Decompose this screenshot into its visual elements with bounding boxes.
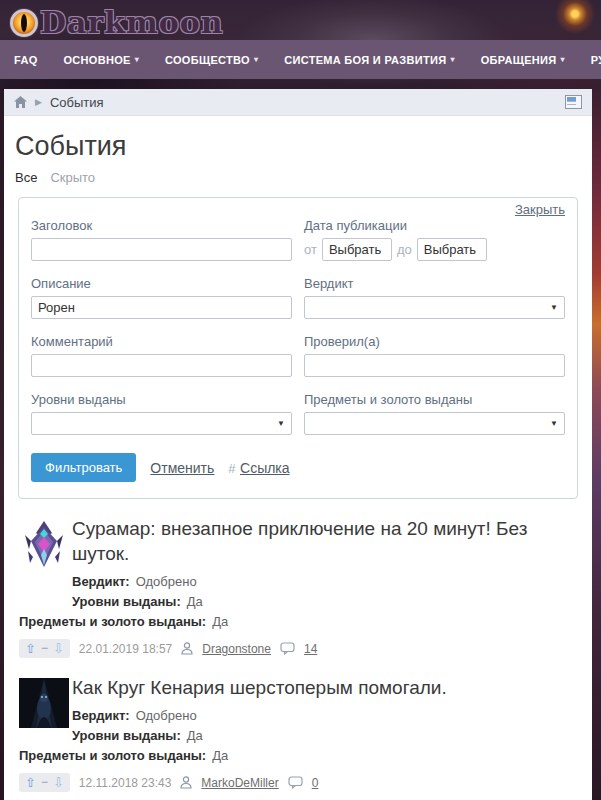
event-detail-levels: Уровни выданы:Да bbox=[72, 726, 581, 746]
event-title[interactable]: Как Круг Кенария шерстоперым помогали. bbox=[72, 675, 581, 700]
nav-item-label: РУКОВОДСТВА bbox=[591, 54, 601, 66]
detail-label: Уровни выданы: bbox=[72, 594, 181, 609]
upvote-icon[interactable]: ⇧ bbox=[25, 776, 36, 789]
field-levels-given-label: Уровни выданы bbox=[31, 392, 292, 407]
event-avatar[interactable] bbox=[19, 519, 69, 569]
page-layout-icon[interactable] bbox=[565, 95, 582, 109]
field-description: Описание bbox=[31, 276, 292, 319]
detail-label: Вердикт: bbox=[72, 574, 130, 589]
event-detail-levels: Уровни выданы:Да bbox=[72, 592, 581, 612]
levels-given-select[interactable] bbox=[31, 412, 292, 435]
breadcrumb-arrow-icon: ▶ bbox=[35, 97, 42, 107]
detail-label: Предметы и золото выданы: bbox=[19, 614, 206, 629]
filter-panel: Закрыть Заголовок Дата публикации от до bbox=[18, 197, 578, 499]
nav-item-combat-system[interactable]: СИСТЕМА БОЯ И РАЗВИТИЯ ▾ bbox=[284, 54, 455, 66]
nav-item-faq[interactable]: FAQ bbox=[14, 54, 38, 66]
background-artwork-strip bbox=[592, 89, 601, 800]
detail-label: Предметы и золото выданы: bbox=[19, 748, 206, 763]
event-author-link[interactable]: Dragonstone bbox=[202, 642, 271, 656]
event-comments-link[interactable]: 0 bbox=[312, 776, 319, 790]
user-icon bbox=[180, 776, 192, 789]
dragon-eye-icon bbox=[10, 9, 38, 37]
site-logo-text: Darkmoon bbox=[40, 5, 224, 40]
date-from-input[interactable] bbox=[322, 238, 392, 261]
event-avatar[interactable] bbox=[19, 678, 69, 728]
event-comments-link[interactable]: 14 bbox=[304, 642, 317, 656]
chevron-down-icon: ▾ bbox=[254, 55, 258, 64]
checked-by-input[interactable] bbox=[304, 354, 565, 377]
nav-item-label: СООБЩЕСТВО bbox=[165, 54, 250, 66]
detail-label: Уровни выданы: bbox=[72, 728, 181, 743]
detail-value: Да bbox=[212, 614, 228, 629]
event-footer: ⇧ − ⇩ 22.01.2019 18:57 Dragonstone 14 bbox=[19, 639, 581, 658]
field-publication-date: Дата публикации от до bbox=[304, 218, 565, 261]
user-icon bbox=[181, 642, 193, 655]
downvote-icon[interactable]: ⇩ bbox=[53, 776, 64, 789]
nav-item-label: ОБРАЩЕНИЯ bbox=[481, 54, 557, 66]
date-to-input[interactable] bbox=[417, 238, 487, 261]
detail-value: Да bbox=[187, 594, 203, 609]
vote-minus-icon: − bbox=[41, 776, 48, 789]
chevron-down-icon: ▾ bbox=[561, 55, 565, 64]
detail-value: Да bbox=[187, 728, 203, 743]
detail-label: Вердикт: bbox=[72, 708, 130, 723]
chevron-down-icon: ▾ bbox=[135, 55, 139, 64]
filter-close-link[interactable]: Закрыть bbox=[515, 202, 565, 217]
event-item: Сурамар: внезапное приключение на 20 мин… bbox=[15, 516, 581, 658]
field-title: Заголовок bbox=[31, 218, 292, 261]
tab-all[interactable]: Все bbox=[15, 170, 37, 185]
nav-item-appeals[interactable]: ОБРАЩЕНИЯ ▾ bbox=[481, 54, 565, 66]
field-comment: Комментарий bbox=[31, 334, 292, 377]
vote-widget: ⇧ − ⇩ bbox=[19, 773, 70, 792]
nav-item-label: СИСТЕМА БОЯ И РАЗВИТИЯ bbox=[284, 54, 446, 66]
event-title[interactable]: Сурамар: внезапное приключение на 20 мин… bbox=[72, 516, 581, 566]
description-input[interactable] bbox=[31, 296, 292, 319]
nav-item-main[interactable]: ОСНОВНОЕ ▾ bbox=[64, 54, 140, 66]
breadcrumb: ▶ События bbox=[4, 89, 592, 116]
downvote-icon[interactable]: ⇩ bbox=[53, 642, 64, 655]
field-items-gold-given-label: Предметы и золото выданы bbox=[304, 392, 565, 407]
nav-item-community[interactable]: СООБЩЕСТВО ▾ bbox=[165, 54, 258, 66]
event-detail-items-gold: Предметы и золото выданы:Да bbox=[19, 612, 581, 632]
main-content: ▶ События События Все Скрыто Закрыть Заг… bbox=[4, 89, 592, 800]
filter-permalink-group: # Ссылка bbox=[228, 459, 289, 477]
field-verdict-label: Вердикт bbox=[304, 276, 565, 291]
event-detail-verdict: Вердикт:Одобрено bbox=[72, 706, 581, 726]
field-items-gold-given: Предметы и золото выданы ▼ bbox=[304, 392, 565, 435]
site-logo[interactable]: Darkmoon bbox=[10, 5, 224, 40]
filter-submit-button[interactable]: Фильтровать bbox=[31, 453, 136, 482]
event-author-link[interactable]: MarkoDeMiller bbox=[201, 776, 278, 790]
title-input[interactable] bbox=[31, 238, 292, 261]
nav-item-label: FAQ bbox=[14, 54, 38, 66]
items-gold-given-select[interactable] bbox=[304, 412, 565, 435]
field-date-label: Дата публикации bbox=[304, 218, 565, 233]
tab-hidden[interactable]: Скрыто bbox=[50, 170, 95, 185]
field-comment-label: Комментарий bbox=[31, 334, 292, 349]
field-levels-given: Уровни выданы ▼ bbox=[31, 392, 292, 435]
view-tabs: Все Скрыто bbox=[15, 170, 581, 185]
comment-input[interactable] bbox=[31, 354, 292, 377]
main-nav: FAQ ОСНОВНОЕ ▾ СООБЩЕСТВО ▾ СИСТЕМА БОЯ … bbox=[0, 40, 601, 79]
verdict-select[interactable] bbox=[304, 296, 565, 319]
detail-value: Да bbox=[212, 748, 228, 763]
date-from-label: от bbox=[304, 242, 317, 257]
filter-cancel-link[interactable]: Отменить bbox=[150, 460, 214, 476]
date-to-label: до bbox=[397, 242, 412, 257]
breadcrumb-current: События bbox=[50, 95, 104, 110]
home-icon[interactable] bbox=[14, 96, 27, 108]
filter-permalink[interactable]: Ссылка bbox=[240, 460, 290, 476]
page-title: События bbox=[15, 131, 581, 162]
comment-icon bbox=[280, 642, 295, 655]
field-checked-by: Проверил(а) bbox=[304, 334, 565, 377]
field-title-label: Заголовок bbox=[31, 218, 292, 233]
vote-widget: ⇧ − ⇩ bbox=[19, 639, 70, 658]
upvote-icon[interactable]: ⇧ bbox=[25, 642, 36, 655]
detail-value: Одобрено bbox=[136, 708, 197, 723]
event-detail-verdict: Вердикт:Одобрено bbox=[72, 572, 581, 592]
event-date: 22.01.2019 18:57 bbox=[79, 642, 172, 656]
nav-item-guides[interactable]: РУКОВОДСТВА ▾ bbox=[591, 54, 601, 66]
hash-symbol: # bbox=[228, 461, 235, 476]
comment-icon bbox=[288, 776, 303, 789]
event-detail-items-gold: Предметы и золото выданы:Да bbox=[19, 746, 581, 766]
event-footer: ⇧ − ⇩ 12.11.2018 23:43 MarkoDeMiller 0 bbox=[19, 773, 581, 792]
